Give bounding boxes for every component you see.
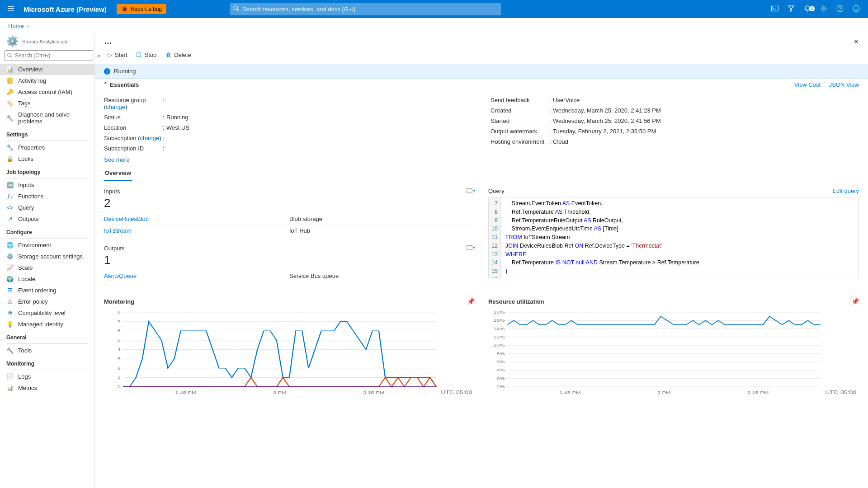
detail-tabs: Overview xyxy=(95,166,868,181)
sidebar-item-scale[interactable]: 📈Scale xyxy=(0,262,94,273)
svg-point-3 xyxy=(823,7,825,9)
sidebar-item-storage-account-settings[interactable]: ⚙️Storage account settings xyxy=(0,251,94,262)
sidebar-item-diagnose-and-solve-problems[interactable]: 🔧Diagnose and solve problems xyxy=(0,109,94,127)
resource-util-title: Resource utilization xyxy=(488,298,544,305)
query-title: Query xyxy=(488,188,504,194)
stop-label: Stop xyxy=(144,52,156,58)
pin-icon[interactable]: 📌 xyxy=(851,298,859,305)
svg-text:2: 2 xyxy=(118,366,121,371)
sidebar-item-metrics[interactable]: 📊Metrics xyxy=(0,382,94,394)
svg-text:UTC-05:00: UTC-05:00 xyxy=(441,390,472,395)
sidebar-item-tags[interactable]: 🏷️Tags xyxy=(0,98,94,109)
sidebar-item-overview[interactable]: 📊Overview xyxy=(0,64,94,75)
location-label: Location xyxy=(104,124,163,131)
output-type: Service Bus queue xyxy=(289,272,339,279)
svg-text:4: 4 xyxy=(118,347,121,352)
feedback-icon[interactable] xyxy=(848,5,864,14)
feedback-link[interactable]: UserVoice xyxy=(553,97,580,103)
sidebar-item-access-control-iam-[interactable]: 🔑Access control (IAM) xyxy=(0,86,94,98)
change-sub-link[interactable]: change xyxy=(140,135,160,141)
sidebar-item-event-ordering[interactable]: ☰Event ordering xyxy=(0,285,94,296)
delete-label: Delete xyxy=(174,52,191,58)
sidebar-item-label: Metrics xyxy=(18,385,37,391)
monitoring-chart[interactable]: 0123456781:45 PM2 PM2:15 PMUTC-05:00 xyxy=(104,308,475,396)
sidebar-item-label: Locks xyxy=(18,155,33,162)
cloud-shell-icon[interactable] xyxy=(767,5,783,13)
svg-text:12%: 12% xyxy=(493,335,505,339)
sidebar-item-environment[interactable]: 🌐Environment xyxy=(0,239,94,251)
json-view-link[interactable]: JSON View xyxy=(829,81,859,88)
settings-icon[interactable] xyxy=(816,5,832,14)
pin-icon[interactable]: 📌 xyxy=(467,298,475,305)
play-icon: ▷ xyxy=(108,52,112,58)
delete-button[interactable]: 🗑 Delete xyxy=(162,50,195,60)
global-search-input[interactable] xyxy=(242,6,497,13)
svg-text:2:15 PM: 2:15 PM xyxy=(363,390,384,395)
input-row: DeviceRulesBlobBlob storage xyxy=(104,213,475,225)
sidebar-item-query[interactable]: <>Query xyxy=(0,202,94,213)
search-icon xyxy=(233,5,240,13)
edit-query-link[interactable]: Edit query xyxy=(832,188,859,194)
sidebar-section-settings: Settings xyxy=(0,127,94,140)
nav-icon: 📄 xyxy=(6,373,14,380)
input-type: IoT Hub xyxy=(289,227,310,234)
location-value: West US xyxy=(166,124,189,131)
svg-rect-10 xyxy=(467,245,472,250)
sidebar-item-inputs[interactable]: ➡️Inputs xyxy=(0,179,94,191)
report-bug-button[interactable]: 🐞 Report a bug xyxy=(117,4,166,14)
essentials-panel: Resource group (change): Status:Running … xyxy=(95,91,868,154)
sidebar-search-input[interactable] xyxy=(5,50,93,61)
status-value: Running xyxy=(166,114,188,121)
add-output-icon[interactable] xyxy=(467,244,475,252)
inputs-title: Inputs xyxy=(104,188,120,195)
sidebar-item-label: Functions xyxy=(18,193,43,200)
created-label: Created xyxy=(491,107,549,114)
input-link[interactable]: IoTStream xyxy=(104,227,289,234)
sidebar-item-functions[interactable]: ƒₓFunctions xyxy=(0,191,94,202)
stop-button[interactable]: ☐ Stop xyxy=(132,50,160,60)
svg-text:?: ? xyxy=(839,6,841,11)
sidebar-item-error-policy[interactable]: ⚠Error policy xyxy=(0,296,94,307)
sidebar-item-compatibility-level[interactable]: ❄Compatibility level xyxy=(0,307,94,319)
breadcrumb-home[interactable]: Home xyxy=(8,23,24,29)
sidebar-item-activity-log[interactable]: 📒Activity log xyxy=(0,75,94,86)
sidebar-item-tools[interactable]: 🔨Tools xyxy=(0,345,94,356)
input-link[interactable]: DeviceRulesBlob xyxy=(104,216,289,222)
view-cost-link[interactable]: View Cost xyxy=(794,81,821,88)
query-editor[interactable]: 78910111213141516171819 Stream.EventToke… xyxy=(488,197,859,278)
nav-icon: ↗ xyxy=(6,216,14,222)
sidebar-item-locale[interactable]: 🌍Locale xyxy=(0,273,94,285)
see-more-link[interactable]: See more xyxy=(104,156,129,163)
monitoring-chart-card: Monitoring 📌 0123456781:45 PM2 PM2:15 PM… xyxy=(104,298,475,396)
change-rg-link[interactable]: change xyxy=(106,103,125,110)
hamburger-icon[interactable] xyxy=(4,1,18,17)
nav-icon: 🌐 xyxy=(6,242,14,249)
output-link[interactable]: AlertsQueue xyxy=(104,272,289,279)
sidebar-item-label: Properties xyxy=(18,144,45,151)
help-icon[interactable]: ? xyxy=(832,5,848,14)
close-blade-icon[interactable]: ✕ xyxy=(854,38,859,45)
sidebar-item-logs[interactable]: 📄Logs xyxy=(0,371,94,382)
nav-icon: ⚠ xyxy=(6,298,14,305)
svg-text:2:15 PM: 2:15 PM xyxy=(747,390,769,395)
global-search[interactable] xyxy=(230,3,501,15)
add-input-icon[interactable] xyxy=(467,188,475,195)
sidebar-item-properties[interactable]: 🔧Properties xyxy=(0,142,94,153)
tab-overview[interactable]: Overview xyxy=(104,166,132,181)
watermark-value: Tuesday, February 2, 2021, 2:36:50 PM xyxy=(553,128,656,135)
sidebar-item-locks[interactable]: 🔒Locks xyxy=(0,153,94,164)
nav-icon: ☰ xyxy=(6,287,14,294)
notifications-icon[interactable]: 1 xyxy=(799,5,816,14)
sidebar-item-outputs[interactable]: ↗Outputs xyxy=(0,213,94,225)
sidebar-item-managed-identity[interactable]: 💡Managed Identity xyxy=(0,319,94,330)
svg-text:16%: 16% xyxy=(493,318,505,323)
svg-text:6%: 6% xyxy=(496,360,505,364)
essentials-toggle[interactable]: ˄ Essentials xyxy=(104,81,139,88)
directory-filter-icon[interactable] xyxy=(783,5,799,14)
resource-util-chart[interactable]: 0%2%4%6%8%10%12%14%16%18%1:45 PM2 PM2:15… xyxy=(488,308,859,396)
svg-text:10%: 10% xyxy=(493,343,505,347)
sidebar-nav: 📊Overview📒Activity log🔑Access control (I… xyxy=(0,64,94,488)
start-button[interactable]: ▷ Start xyxy=(104,50,131,60)
brand-title[interactable]: Microsoft Azure (Preview) xyxy=(18,5,112,13)
resource-title-menu[interactable]: … xyxy=(104,37,113,46)
